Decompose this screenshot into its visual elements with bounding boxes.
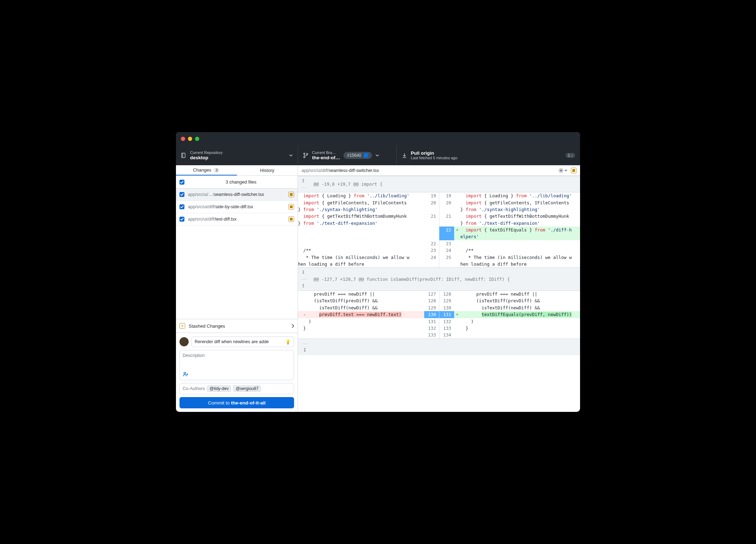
diff-settings-button[interactable] — [558, 168, 567, 173]
expand-both-icon[interactable]: ↧···↥ — [301, 269, 307, 289]
tab-history-label: History — [260, 168, 274, 173]
diff-line[interactable]: }132 133 } — [298, 325, 580, 332]
chevron-down-icon — [289, 154, 293, 156]
expand-down-button[interactable]: ···↧ — [298, 339, 580, 356]
svg-point-3 — [306, 153, 308, 155]
file-list-header: 3 changed files — [176, 176, 298, 188]
hunk-text: @@ -127,7 +128,7 @@ function isSameDiff(… — [313, 276, 510, 283]
commit-summary-input[interactable]: Rerender diff when newlines are adde 💡 — [191, 336, 294, 347]
modified-icon — [288, 204, 294, 210]
repo-name: desktop — [190, 155, 222, 161]
diff-line-added[interactable]: elpers' — [298, 233, 580, 240]
diff-line[interactable]: import { getTextDiffWithBottomDummyHunk2… — [298, 213, 580, 220]
main-content: Changes 3 History 3 changed files app/sr… — [176, 165, 580, 412]
coauthor-tag[interactable]: @tidy-dev — [207, 385, 231, 392]
coauthor-tag[interactable]: @sergiou87 — [233, 385, 261, 392]
pull-icon — [402, 153, 407, 158]
file-checkbox[interactable] — [179, 192, 184, 197]
modified-icon — [571, 168, 577, 173]
zoom-window-icon[interactable] — [195, 137, 199, 141]
sidebar: Changes 3 History 3 changed files app/sr… — [176, 165, 298, 412]
add-coauthor-icon[interactable] — [183, 372, 189, 378]
repo-switcher[interactable]: Current Repository desktop — [176, 146, 298, 165]
diff-line[interactable]: } from './text-diff-expansion' } from '.… — [298, 220, 580, 227]
stash-icon: ≡ — [179, 323, 185, 329]
diff-line[interactable]: 22 23 — [298, 240, 580, 247]
diff-line[interactable]: } from './syntax-highlighting' } from '.… — [298, 206, 580, 213]
tab-history[interactable]: History — [237, 165, 298, 175]
file-path: app/src/ui/diff/text-diff.tsx — [188, 217, 285, 222]
file-checkbox[interactable] — [179, 217, 184, 222]
diff-file-path: app/src/ui/diff/seamless-diff-switcher.t… — [301, 168, 379, 173]
diff-line[interactable]: * The time (in milliseconds) we allow w2… — [298, 254, 580, 261]
diff-line[interactable]: )131 132 ) — [298, 318, 580, 325]
pull-label: Pull origin — [411, 150, 457, 156]
gear-icon — [558, 168, 564, 173]
file-row[interactable]: app/src/ui/diff/side-by-side-diff.tsx — [176, 201, 298, 213]
coauthors-field[interactable]: Co-Authors @tidy-dev @sergiou87 — [179, 383, 294, 394]
check-icon: ✓ — [364, 153, 368, 158]
pull-button[interactable]: Pull origin Last fetched 5 minutes ago 1… — [397, 146, 580, 165]
svg-point-1 — [304, 153, 305, 154]
file-path: app/src/ui/…/seamless-diff-switcher.tsx — [188, 192, 285, 197]
hunk-header: ↧···↥ @@ -127,7 +128,7 @@ function isSam… — [298, 267, 580, 291]
sidebar-tabs: Changes 3 History — [176, 165, 298, 176]
tab-changes[interactable]: Changes 3 — [176, 165, 237, 175]
diff-line[interactable]: import { Loading } from '../lib/loading'… — [298, 192, 580, 199]
stashed-changes-row[interactable]: ≡ Stashed Changes — [176, 319, 298, 333]
file-count-text: 3 changed files — [188, 179, 294, 185]
commit-form: Rerender diff when newlines are adde 💡 D… — [176, 333, 298, 412]
file-path: app/src/ui/diff/side-by-side-diff.tsx — [188, 204, 285, 209]
expand-up-icon[interactable]: ↥··· — [301, 178, 307, 191]
stash-label: Stashed Changes — [189, 323, 288, 329]
window-titlebar — [176, 132, 580, 146]
diff-line[interactable]: import { getFileContents, IFileContents2… — [298, 199, 580, 206]
avatar[interactable] — [179, 337, 189, 346]
commit-btn-branch: the-end-of-it-all — [231, 400, 266, 406]
diff-line[interactable]: hen loading a diff before hen loading a … — [298, 261, 580, 267]
pull-count-badge: 1 ↓ — [566, 153, 575, 158]
diff-header: app/src/ui/diff/seamless-diff-switcher.t… — [298, 165, 580, 176]
diff-body[interactable]: ↥··· @@ -19,6 +19,7 @@ import { import {… — [298, 176, 580, 412]
diff-line-added[interactable]: 22+ import { textDiffEquals } from './di… — [298, 227, 580, 233]
coauthors-label: Co-Authors — [183, 386, 205, 391]
diff-line[interactable]: prevDiff === newDiff ||127 128 prevDiff … — [298, 291, 580, 297]
diff-line-changed[interactable]: - prevDiff.text === newDiff.text)130 131… — [298, 311, 580, 318]
branch-label: Current Bra… — [312, 150, 340, 155]
arrow-down-icon: ↓ — [571, 153, 573, 157]
diff-line[interactable]: 133 134 — [298, 332, 580, 338]
hunk-header: ↥··· @@ -19,6 +19,7 @@ import { — [298, 176, 580, 192]
pull-sub: Last fetched 5 minutes ago — [411, 156, 457, 160]
svg-rect-0 — [182, 153, 185, 158]
svg-point-5 — [560, 170, 562, 171]
pr-badge[interactable]: #15640 ✓ — [343, 152, 372, 159]
modified-icon — [288, 192, 294, 197]
commit-btn-prefix: Commit to — [208, 400, 231, 406]
pr-number: #15640 — [347, 153, 361, 158]
close-window-icon[interactable] — [181, 137, 185, 141]
chevron-right-icon — [292, 324, 294, 328]
minimize-window-icon[interactable] — [188, 137, 192, 141]
file-row[interactable]: app/src/ui/…/seamless-diff-switcher.tsx — [176, 188, 298, 201]
branch-name: the-end-of… — [312, 155, 340, 161]
file-row[interactable]: app/src/ui/diff/text-diff.tsx — [176, 213, 298, 225]
branch-switcher[interactable]: Current Bra… the-end-of… #15640 ✓ — [298, 146, 397, 165]
file-checkbox[interactable] — [179, 204, 184, 209]
svg-point-2 — [304, 156, 305, 158]
hunk-text: @@ -19,6 +19,7 @@ import { — [313, 181, 383, 187]
commit-button[interactable]: Commit to the-end-of-it-all — [179, 397, 294, 408]
diff-line[interactable]: isTextDiff(newDiff) &&129 130 isTextDiff… — [298, 304, 580, 311]
select-all-checkbox[interactable] — [179, 180, 184, 185]
repo-icon — [181, 153, 187, 158]
commit-description-input[interactable]: Description — [179, 350, 294, 380]
diff-line[interactable]: (isTextDiff(prevDiff) &&128 129 (isTextD… — [298, 297, 580, 304]
desc-placeholder: Description — [183, 353, 205, 358]
tab-changes-label: Changes — [193, 167, 211, 173]
diff-line[interactable]: /**23 24 /** — [298, 247, 580, 254]
diff-pane: app/src/ui/diff/seamless-diff-switcher.t… — [298, 165, 580, 412]
changes-count-badge: 3 — [213, 168, 220, 173]
lightbulb-icon[interactable]: 💡 — [285, 339, 291, 345]
git-branch-icon — [303, 153, 309, 158]
svg-point-4 — [184, 372, 186, 374]
commit-summary-value: Rerender diff when newlines are adde — [195, 339, 269, 344]
